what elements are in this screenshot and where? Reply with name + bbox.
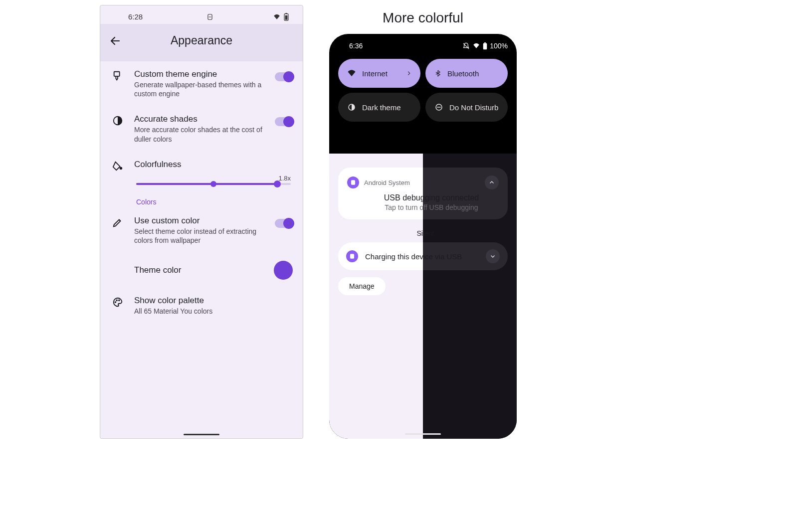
setting-title: Show color palette — [134, 296, 293, 306]
setting-title: Accurate shades — [134, 114, 265, 124]
settings-screen: 6:28 Appearance — [100, 5, 303, 439]
toggle-accurate-shades[interactable] — [275, 117, 293, 126]
row-custom-theme-engine[interactable]: Custom theme engine Generate wallpaper-b… — [100, 61, 303, 106]
setting-title: Custom theme engine — [134, 69, 265, 79]
clock: 6:28 — [128, 12, 143, 21]
showcase-heading: More colorful — [323, 5, 523, 34]
dnd-icon — [434, 103, 443, 112]
setting-subtitle: Select theme color instead of extracting… — [134, 227, 265, 245]
colorfulness-slider[interactable] — [136, 183, 291, 185]
notification-shade-screen: 6:36 100% Internet — [329, 34, 517, 439]
toggle-use-custom-color[interactable] — [275, 219, 293, 228]
android-system-icon — [346, 250, 358, 262]
page-title: Appearance — [109, 34, 294, 47]
notif-title: Charging this device via USB — [365, 252, 462, 261]
svg-rect-3 — [285, 13, 287, 14]
notif-app-name: Android System — [364, 179, 410, 186]
nav-bar-indicator — [405, 433, 441, 435]
notif-title: USB debugging connected — [364, 193, 499, 202]
status-bar: 6:36 100% — [329, 34, 517, 54]
battery-percent: 100% — [490, 42, 508, 50]
notif-icon — [206, 13, 213, 20]
bluetooth-icon — [434, 69, 441, 78]
notification-charging[interactable]: Charging this device via USB — [338, 242, 508, 270]
svg-rect-4 — [285, 15, 288, 19]
nav-bar-indicator — [184, 434, 219, 435]
setting-subtitle: All 65 Material You colors — [134, 307, 293, 316]
svg-rect-5 — [114, 72, 120, 76]
row-theme-color[interactable]: Theme color — [100, 253, 303, 288]
setting-subtitle: Generate wallpaper-based themes with a c… — [134, 80, 265, 98]
wifi-icon — [347, 69, 356, 78]
brush-icon — [112, 70, 124, 82]
svg-rect-18 — [350, 254, 354, 258]
section-colors-label: Colors — [100, 189, 303, 208]
row-show-palette[interactable]: Show color palette All 65 Material You c… — [100, 288, 303, 324]
qs-tile-dark-theme[interactable]: Dark theme — [338, 93, 420, 122]
palette-icon — [112, 297, 124, 309]
svg-point-7 — [120, 168, 122, 170]
chevron-down-icon — [490, 253, 496, 259]
chevron-right-icon — [406, 70, 411, 77]
qs-label: Bluetooth — [447, 69, 479, 78]
clock: 6:36 — [349, 42, 363, 50]
manage-button[interactable]: Manage — [338, 277, 386, 295]
battery-icon — [284, 13, 289, 21]
contrast-icon — [347, 103, 356, 112]
quick-settings: Internet Bluetooth Dark theme Do Not Dis… — [329, 54, 517, 127]
chevron-up-icon — [489, 179, 495, 185]
setting-title: Use custom color — [134, 216, 265, 226]
qs-tile-bluetooth[interactable]: Bluetooth — [425, 59, 508, 88]
notification-usb-debugging[interactable]: Android System USB debugging connected T… — [338, 168, 508, 219]
svg-point-10 — [119, 300, 120, 301]
svg-point-8 — [115, 302, 116, 303]
silent-section-label: Silent — [343, 229, 508, 237]
toggle-custom-engine[interactable] — [275, 72, 293, 81]
qs-label: Dark theme — [362, 103, 401, 112]
theme-color-swatch[interactable] — [274, 261, 293, 280]
row-use-custom-color[interactable]: Use custom color Select theme color inst… — [100, 208, 303, 253]
expand-button[interactable] — [486, 249, 500, 263]
qs-label: Do Not Disturb — [449, 103, 498, 112]
svg-rect-13 — [484, 42, 486, 43]
eyedropper-icon — [112, 217, 124, 229]
qs-tile-internet[interactable]: Internet — [338, 59, 420, 88]
dnd-off-icon — [462, 42, 470, 50]
collapse-button[interactable] — [485, 176, 499, 189]
qs-tile-dnd[interactable]: Do Not Disturb — [425, 93, 508, 122]
wifi-icon — [273, 13, 281, 20]
wifi-icon — [472, 42, 480, 49]
setting-title: Theme color — [134, 265, 264, 275]
contrast-icon — [112, 115, 124, 127]
setting-title: Colorfulness — [134, 160, 293, 170]
notif-subtitle: Tap to turn off USB debugging — [364, 203, 499, 211]
qs-label: Internet — [362, 69, 388, 78]
setting-subtitle: More accurate color shades at the cost o… — [134, 125, 265, 143]
battery-icon — [483, 42, 487, 50]
row-accurate-shades[interactable]: Accurate shades More accurate color shad… — [100, 106, 303, 151]
app-bar: Appearance — [100, 24, 303, 61]
spacer — [112, 265, 124, 277]
bucket-icon — [112, 161, 124, 173]
svg-point-9 — [116, 300, 117, 301]
status-bar: 6:28 — [100, 5, 303, 24]
svg-rect-17 — [351, 180, 355, 184]
svg-rect-12 — [483, 43, 487, 49]
row-colorfulness: Colorfulness — [100, 152, 303, 175]
android-system-icon — [347, 177, 359, 188]
